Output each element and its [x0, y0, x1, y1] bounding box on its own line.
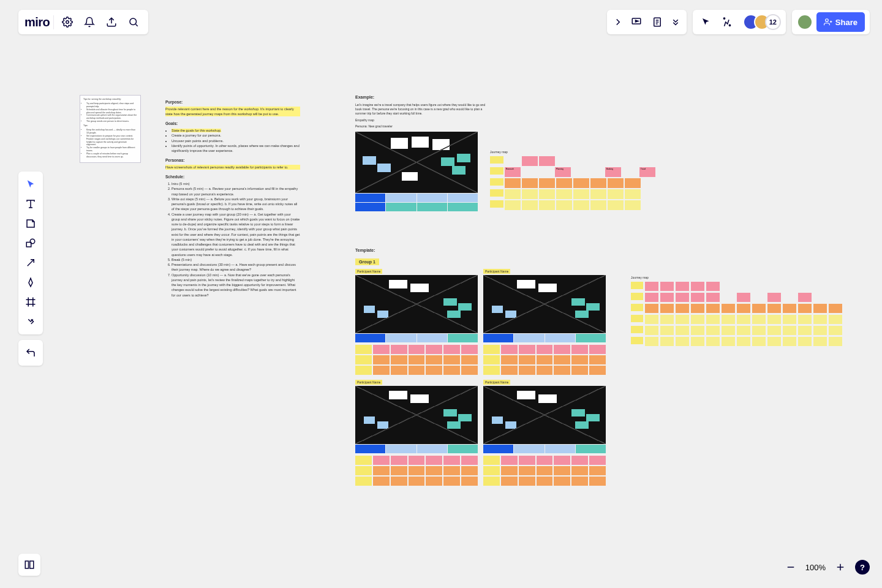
goals-heading: Goals: — [165, 121, 300, 127]
participant-card[interactable]: Participant Name — [483, 380, 606, 486]
example-intro: Let's imagine we're a travel company tha… — [355, 103, 490, 116]
journey-map-example[interactable]: Journey map Research Planning Booking Tr… — [490, 150, 662, 211]
personas-heading: Personas: — [165, 157, 300, 164]
template-section[interactable]: Template: Group 1 Participant Name — [355, 248, 609, 486]
instructions[interactable]: Purpose: Provide relevant context here a… — [165, 95, 300, 298]
schedule-heading: Schedule: — [165, 174, 300, 180]
purpose-text: Provide relevant context here and the re… — [165, 107, 300, 117]
participant-card[interactable]: Participant Name — [355, 380, 478, 486]
journey-map-template[interactable]: Journey map — [631, 276, 845, 348]
template-heading: Template: — [355, 248, 609, 252]
empathy-map[interactable] — [355, 132, 478, 211]
purpose-heading: Purpose: — [165, 99, 300, 105]
participant-card[interactable]: Participant Name — [355, 269, 478, 375]
group-label: Group 1 — [355, 258, 379, 265]
example-heading: Example: — [355, 95, 662, 99]
welcome-card[interactable]: Tips for running the workshop smoothly: … — [80, 95, 141, 163]
canvas[interactable]: Tips for running the workshop smoothly: … — [0, 0, 882, 588]
participant-card[interactable]: Participant Name — [483, 269, 606, 375]
